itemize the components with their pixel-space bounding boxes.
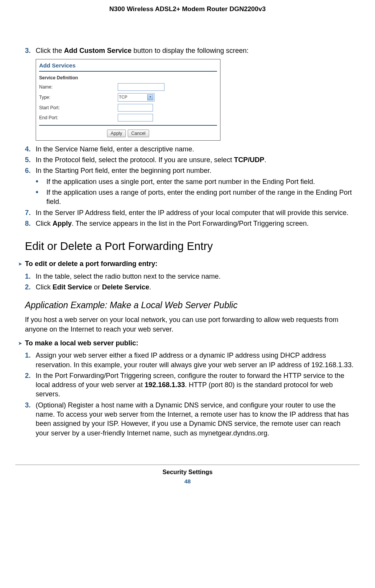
step-5: 5. In the Protocol field, select the pro… xyxy=(25,155,354,164)
apply-button[interactable]: Apply xyxy=(107,130,125,137)
text-bold: Edit Service xyxy=(53,283,92,291)
intro-paragraph: If you host a web server on your local n… xyxy=(25,315,354,334)
step-number: 4. xyxy=(25,145,36,154)
arrow-icon: ➤ xyxy=(18,259,25,268)
bullet-icon: • xyxy=(36,177,46,186)
document-header: N300 Wireless ADSL2+ Modem Router DGN220… xyxy=(15,2,360,15)
page-number: 48 xyxy=(15,478,360,485)
step-text: Assign your web server either a fixed IP… xyxy=(36,351,354,370)
bullet-icon: • xyxy=(36,188,46,207)
step-number: 6. xyxy=(25,166,36,175)
text-segment: Click the xyxy=(36,47,64,54)
cancel-button[interactable]: Cancel xyxy=(128,130,149,137)
text-bold: TCP/UDP xyxy=(234,156,264,164)
end-port-label: End Port: xyxy=(39,115,118,121)
step-text: In the Starting Port field, enter the be… xyxy=(36,166,354,175)
text-bold: Add Custom Service xyxy=(64,47,132,54)
step-number: 2. xyxy=(25,283,36,292)
name-row: Name: xyxy=(36,82,220,92)
text-segment: In the Protocol field, select the protoc… xyxy=(36,156,234,164)
footer-section: Security Settings xyxy=(15,468,360,476)
add-services-dialog: Add Services Service Definition Name: Ty… xyxy=(36,59,220,141)
task2-step-3: 3. (Optional) Register a host name with … xyxy=(25,401,354,438)
step-text: Click the Add Custom Service button to d… xyxy=(36,46,354,55)
text-bold: Delete Service xyxy=(102,283,149,291)
step-text: Click Apply. The service appears in the … xyxy=(36,219,354,228)
step-6: 6. In the Starting Port field, enter the… xyxy=(25,166,354,175)
dialog-subheading: Service Definition xyxy=(36,74,220,82)
text-segment: . xyxy=(264,156,266,164)
dialog-title: Add Services xyxy=(36,59,220,71)
heading-edit-delete: Edit or Delete a Port Forwarding Entry xyxy=(25,239,354,254)
bullet-item: • If the application uses a single port,… xyxy=(36,177,354,186)
task2-step-2: 2. In the Port Forwarding/Port Triggerin… xyxy=(25,371,354,399)
text-segment: or xyxy=(92,283,102,291)
step-7: 7. In the Server IP Address field, enter… xyxy=(25,208,354,217)
start-port-input[interactable] xyxy=(118,104,153,112)
text-bold: Apply xyxy=(53,220,72,227)
task-title: To edit or delete a port forwarding entr… xyxy=(25,259,158,268)
step-text: (Optional) Register a host name with a D… xyxy=(36,401,354,438)
step-text: In the Port Forwarding/Port Triggering s… xyxy=(36,371,354,399)
step-number: 2. xyxy=(25,371,36,399)
end-port-row: End Port: xyxy=(36,113,220,123)
text-segment: . xyxy=(149,283,151,291)
step-number: 8. xyxy=(25,219,36,228)
step-4: 4. In the Service Name field, enter a de… xyxy=(25,145,354,154)
name-label: Name: xyxy=(39,84,118,90)
type-select[interactable]: TCP ▾ xyxy=(118,93,155,102)
step-number: 3. xyxy=(25,46,36,55)
task1-step-1: 1. In the table, select the radio button… xyxy=(25,272,354,281)
bullet-text: If the application uses a single port, e… xyxy=(46,177,354,186)
text-bold: 192.168.1.33 xyxy=(145,381,185,389)
heading-application-example: Application Example: Make a Local Web Se… xyxy=(25,299,354,311)
task-heading: ➤ To edit or delete a port forwarding en… xyxy=(18,259,354,268)
text-segment: Click xyxy=(36,283,53,291)
divider xyxy=(39,71,217,72)
step-text: Click Edit Service or Delete Service. xyxy=(36,283,354,292)
step-number: 1. xyxy=(25,351,36,370)
name-input[interactable] xyxy=(118,83,164,91)
type-label: Type: xyxy=(39,94,118,100)
divider xyxy=(39,125,217,126)
step-number: 7. xyxy=(25,208,36,217)
page-footer: Security Settings 48 xyxy=(15,465,360,486)
chevron-down-icon: ▾ xyxy=(147,94,153,100)
end-port-input[interactable] xyxy=(118,114,153,122)
step-text: In the Server IP Address field, enter th… xyxy=(36,208,354,217)
bullet-text: If the application uses a range of ports… xyxy=(46,188,354,207)
dialog-button-row: Apply Cancel xyxy=(36,128,220,140)
step-3: 3. Click the Add Custom Service button t… xyxy=(25,46,354,55)
step-8: 8. Click Apply. The service appears in t… xyxy=(25,219,354,228)
type-row: Type: TCP ▾ xyxy=(36,92,220,103)
text-segment: Click xyxy=(36,220,53,227)
step-number: 5. xyxy=(25,155,36,164)
arrow-icon: ➤ xyxy=(18,338,25,348)
text-segment: button to display the following screen: xyxy=(132,47,248,54)
task-title: To make a local web server public: xyxy=(25,338,138,348)
text-segment: . The service appears in the list in the… xyxy=(72,220,309,227)
bullet-item: • If the application uses a range of por… xyxy=(36,188,354,207)
task-heading: ➤ To make a local web server public: xyxy=(18,338,354,348)
step-number: 3. xyxy=(25,401,36,438)
step-text: In the Protocol field, select the protoc… xyxy=(36,155,354,164)
step-number: 1. xyxy=(25,272,36,281)
content: 3. Click the Add Custom Service button t… xyxy=(15,46,360,438)
task2-step-1: 1. Assign your web server either a fixed… xyxy=(25,351,354,370)
step-text: In the table, select the radio button ne… xyxy=(36,272,354,281)
start-port-label: Start Port: xyxy=(39,105,118,111)
type-value: TCP xyxy=(119,94,127,100)
step-text: In the Service Name field, enter a descr… xyxy=(36,145,354,154)
start-port-row: Start Port: xyxy=(36,103,220,113)
task1-step-2: 2. Click Edit Service or Delete Service. xyxy=(25,283,354,292)
